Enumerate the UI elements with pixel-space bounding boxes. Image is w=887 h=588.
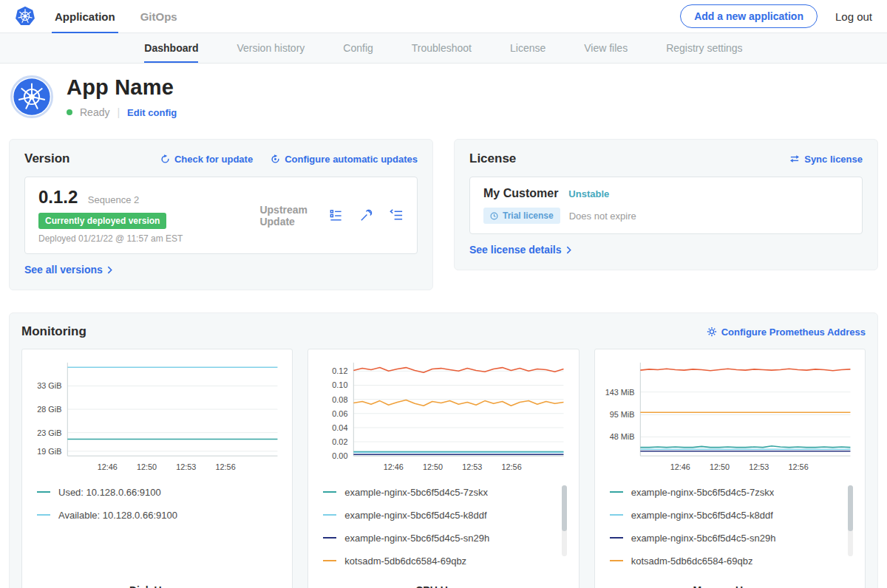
license-expiry: Does not expire — [569, 211, 636, 222]
version-number: 0.1.2 — [38, 187, 78, 207]
legend-item[interactable]: kotsadm-5db6dc6584-69qbz — [323, 550, 556, 572]
logout-button[interactable]: Log out — [835, 10, 872, 23]
legend-color-dash — [610, 491, 623, 493]
svg-text:0.08: 0.08 — [333, 395, 348, 404]
svg-text:0.04: 0.04 — [333, 423, 348, 432]
svg-text:23 GiB: 23 GiB — [37, 428, 61, 437]
disk-usage-chart-card: 33 GiB28 GiB23 GiB19 GiB12:4612:5012:531… — [21, 349, 293, 588]
deployed-badge: Currently deployed version — [38, 213, 166, 229]
current-version-card: 0.1.2 Sequence 2 Currently deployed vers… — [24, 177, 418, 254]
auto-update-icon — [271, 154, 280, 164]
license-card: My Customer Unstable Trial license Does … — [469, 177, 863, 234]
legend-item[interactable]: Available: 10.128.0.66:9100 — [37, 504, 270, 527]
legend-color-dash — [37, 514, 50, 516]
svg-text:33 GiB: 33 GiB — [37, 381, 61, 390]
svg-text:143 MiB: 143 MiB — [605, 388, 634, 397]
legend-scrollbar[interactable] — [562, 485, 567, 556]
subnav-item-config[interactable]: Config — [343, 33, 373, 63]
license-panel-title: License — [469, 151, 516, 166]
chart-title: Disk Usage — [30, 575, 285, 588]
app-logo-kubernetes-icon — [10, 75, 53, 118]
diff-icon[interactable] — [390, 208, 404, 222]
see-license-details-link[interactable]: See license details — [469, 244, 571, 256]
legend-label: kotsadm-5db6dc6584-69qbz — [344, 555, 466, 567]
legend-item[interactable]: example-nginx-5bc6f5d4c5-sn29h — [323, 527, 556, 550]
channel-label: Unstable — [568, 188, 609, 199]
svg-text:48 MiB: 48 MiB — [609, 432, 634, 441]
version-sequence: Sequence 2 — [88, 194, 139, 205]
svg-text:28 GiB: 28 GiB — [37, 405, 61, 414]
legend-color-dash — [610, 560, 623, 561]
svg-text:12:46: 12:46 — [98, 462, 118, 471]
memory-usage-chart-card: 143 MiB95 MiB48 MiB12:4612:5012:5312:56 … — [594, 349, 866, 588]
edit-config-link[interactable]: Edit config — [127, 107, 177, 118]
legend-item[interactable]: example-nginx-5bc6f5d4c5-k8ddf — [610, 504, 843, 527]
legend-label: example-nginx-5bc6f5d4c5-7zskx — [344, 487, 488, 498]
legend-scrollbar[interactable] — [848, 485, 853, 556]
legend-item[interactable]: example-nginx-5bc6f5d4c5-k8ddf — [323, 504, 556, 527]
gear-icon — [707, 327, 717, 337]
legend-label: example-nginx-5bc6f5d4c5-sn29h — [631, 533, 776, 544]
svg-text:19 GiB: 19 GiB — [37, 447, 61, 456]
chart-legend: example-nginx-5bc6f5d4c5-7zskxexample-ng… — [323, 481, 566, 572]
legend-label: Used: 10.128.0.66:9100 — [58, 487, 161, 498]
version-panel: Version Check for update Configure autom… — [9, 139, 433, 290]
subnav-item-troubleshoot[interactable]: Troubleshoot — [412, 33, 472, 63]
svg-text:12:53: 12:53 — [749, 462, 769, 471]
release-notes-icon[interactable] — [329, 208, 343, 222]
navbar-tab-application[interactable]: Application — [55, 0, 115, 33]
config-icon[interactable] — [359, 208, 373, 222]
monitoring-panel: Monitoring Configure Prometheus Address … — [9, 312, 878, 588]
page-title: App Name — [67, 75, 177, 100]
legend-item[interactable]: example-nginx-5bc6f5d4c5-sn29h — [610, 527, 843, 550]
check-for-update-link[interactable]: Check for update — [160, 154, 253, 165]
configure-prometheus-link[interactable]: Configure Prometheus Address — [707, 327, 866, 338]
svg-text:0.12: 0.12 — [333, 366, 348, 375]
chevron-right-icon — [566, 246, 571, 254]
cpu-usage-chart: 0.120.100.080.060.040.020.0012:4612:5012… — [316, 357, 571, 475]
divider: | — [117, 106, 120, 118]
status-dot — [67, 109, 72, 115]
see-all-versions-link[interactable]: See all versions — [24, 264, 112, 276]
monitoring-title: Monitoring — [21, 324, 86, 339]
legend-color-dash — [37, 491, 50, 493]
legend-color-dash — [323, 537, 336, 539]
version-panel-title: Version — [24, 151, 69, 166]
customer-name: My Customer — [483, 187, 558, 200]
top-navbar: Application GitOps Add a new application… — [0, 0, 887, 33]
chevron-right-icon — [107, 266, 112, 274]
svg-text:0.00: 0.00 — [333, 451, 348, 460]
subnav-item-version-history[interactable]: Version history — [237, 33, 305, 63]
disk-usage-chart: 33 GiB28 GiB23 GiB19 GiB12:4612:5012:531… — [30, 357, 285, 475]
legend-item[interactable]: example-nginx-5bc6f5d4c5-7zskx — [323, 481, 556, 504]
svg-text:0.10: 0.10 — [333, 380, 348, 389]
legend-label: example-nginx-5bc6f5d4c5-k8ddf — [631, 510, 773, 521]
configure-automatic-updates-link[interactable]: Configure automatic updates — [271, 154, 418, 165]
legend-item[interactable]: kotsadm-5db6dc6584-69qbz — [610, 550, 843, 572]
clock-icon — [490, 212, 498, 220]
svg-text:12:46: 12:46 — [384, 462, 404, 471]
memory-usage-chart: 143 MiB95 MiB48 MiB12:4612:5012:5312:56 — [602, 357, 857, 475]
legend-color-dash — [323, 491, 336, 493]
legend-label: example-nginx-5bc6f5d4c5-7zskx — [631, 487, 775, 498]
legend-label: kotsadm-5db6dc6584-69qbz — [631, 555, 753, 567]
chart-legend: example-nginx-5bc6f5d4c5-7zskxexample-ng… — [610, 481, 853, 572]
svg-text:12:53: 12:53 — [463, 462, 483, 471]
legend-color-dash — [610, 514, 623, 516]
legend-item[interactable]: Used: 10.128.0.66:9100 — [37, 481, 270, 504]
chart-legend: Used: 10.128.0.66:9100Available: 10.128.… — [37, 481, 280, 527]
legend-color-dash — [323, 514, 336, 516]
subnav-item-license[interactable]: License — [510, 33, 546, 63]
svg-text:12:56: 12:56 — [788, 462, 808, 471]
legend-label: Available: 10.128.0.66:9100 — [58, 510, 177, 521]
license-type-badge: Trial license — [483, 208, 560, 224]
subnav-item-dashboard[interactable]: Dashboard — [144, 33, 198, 63]
add-application-button[interactable]: Add a new application — [680, 4, 818, 28]
subnav-item-registry-settings[interactable]: Registry settings — [666, 33, 742, 63]
subnav-item-view-files[interactable]: View files — [584, 33, 628, 63]
legend-item[interactable]: example-nginx-5bc6f5d4c5-7zskx — [610, 481, 843, 504]
sync-license-link[interactable]: Sync license — [789, 154, 863, 165]
navbar-tab-gitops[interactable]: GitOps — [140, 0, 177, 33]
chart-title: Memory Usage — [602, 575, 857, 588]
svg-text:12:56: 12:56 — [216, 462, 236, 471]
